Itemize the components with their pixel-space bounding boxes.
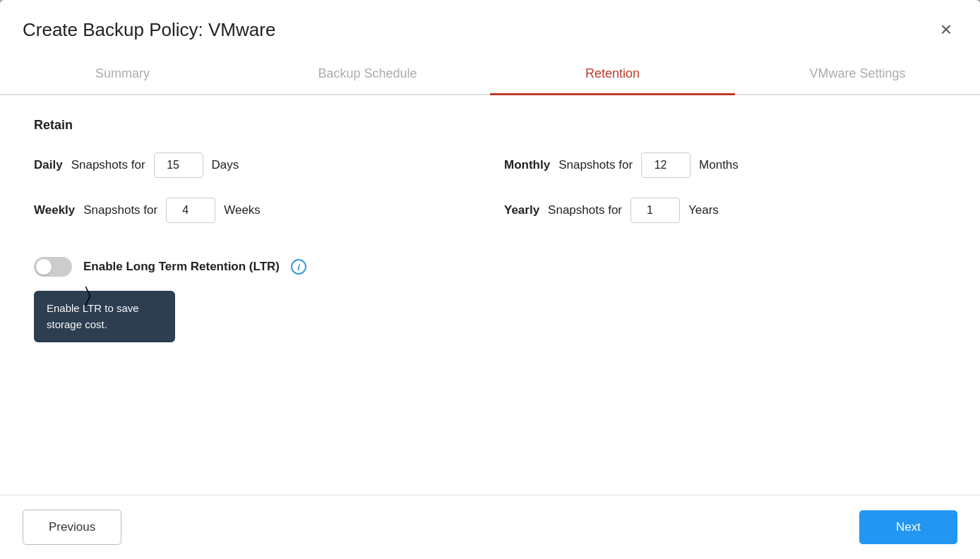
yearly-unit: Years — [688, 203, 719, 217]
weekly-retention-row: Weekly Snapshots for Weeks — [34, 198, 476, 223]
weekly-label-normal: Snapshots for — [83, 203, 157, 217]
modal-title: Create Backup Policy: VMware — [23, 19, 275, 41]
weekly-label-bold: Weekly — [34, 203, 75, 217]
info-icon[interactable]: i — [291, 259, 306, 275]
yearly-retention-row: Yearly Snapshots for Years — [504, 198, 946, 223]
modal: Create Backup Policy: VMware × Summary B… — [0, 0, 980, 559]
previous-button[interactable]: Previous — [23, 510, 121, 545]
monthly-label-bold: Monthly — [504, 158, 550, 172]
yearly-label-bold: Yearly — [504, 203, 539, 217]
ltr-label: Enable Long Term Retention (LTR) — [83, 260, 280, 274]
daily-label-bold: Daily — [34, 158, 63, 172]
tab-summary[interactable]: Summary — [0, 54, 245, 94]
tab-backup-schedule[interactable]: Backup Schedule — [245, 54, 490, 94]
retain-section-title: Retain — [34, 118, 946, 133]
yearly-label-normal: Snapshots for — [548, 203, 622, 217]
daily-retention-row: Daily Snapshots for Days — [34, 152, 476, 178]
ltr-tooltip: Enable LTR to save storage cost. — [34, 291, 175, 342]
tab-vmware-settings[interactable]: VMware Settings — [735, 54, 980, 94]
monthly-retention-row: Monthly Snapshots for Months — [504, 152, 946, 178]
next-button[interactable]: Next — [859, 510, 957, 544]
modal-header: Create Backup Policy: VMware × — [0, 0, 980, 42]
tab-retention[interactable]: Retention — [490, 54, 735, 94]
retention-grid: Daily Snapshots for Days Monthly Snapsho… — [34, 152, 946, 223]
weekly-unit: Weeks — [224, 203, 261, 217]
ltr-section: Enable Long Term Retention (LTR) i 〉 Ena… — [34, 257, 946, 277]
daily-unit: Days — [212, 158, 239, 172]
modal-footer: Previous Next — [0, 495, 980, 559]
ltr-toggle[interactable] — [34, 257, 72, 277]
cursor-icon: 〉 — [85, 284, 91, 307]
yearly-input[interactable] — [631, 198, 680, 223]
daily-label-normal: Snapshots for — [71, 158, 145, 172]
modal-body: Retain Daily Snapshots for Days Monthly … — [0, 95, 980, 495]
tabs-bar: Summary Backup Schedule Retention VMware… — [0, 54, 980, 95]
daily-input[interactable] — [154, 152, 203, 178]
close-button[interactable]: × — [935, 17, 957, 42]
monthly-input[interactable] — [641, 152, 691, 178]
weekly-input[interactable] — [166, 198, 215, 223]
monthly-label-normal: Snapshots for — [558, 158, 633, 172]
toggle-slider — [34, 257, 72, 277]
monthly-unit: Months — [699, 158, 739, 172]
